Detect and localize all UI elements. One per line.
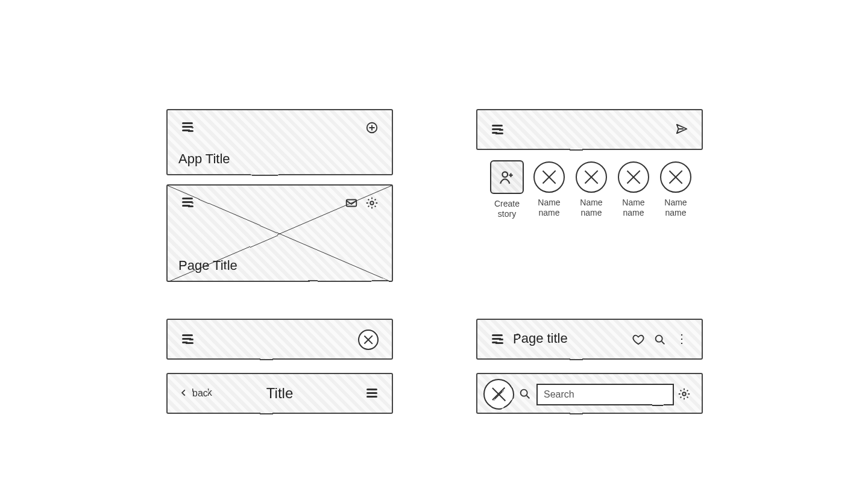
appbar-hamburger-avatar [166,319,393,360]
avatar-placeholder-icon[interactable] [358,330,379,350]
gear-icon[interactable] [365,196,379,210]
gear-icon[interactable] [678,387,691,401]
app-title-text: App Title [178,151,230,167]
back-label: back [192,387,212,398]
kebab-icon[interactable] [675,332,688,345]
svg-point-2 [370,201,374,205]
hamburger-icon[interactable] [365,387,379,401]
hamburger-icon[interactable] [491,333,504,346]
search-placeholder: Search [544,389,574,400]
search-icon[interactable] [653,333,667,346]
svg-point-6 [682,392,686,396]
page-title-text: Page Title [178,258,237,273]
heart-icon[interactable] [632,333,645,346]
back-button[interactable]: back [180,387,212,398]
hamburger-icon[interactable] [181,121,194,134]
search-icon[interactable] [518,387,532,401]
hamburger-icon[interactable] [491,123,504,137]
story-label: Name name [571,198,612,218]
story-label: Name name [529,198,570,218]
appbar-search: Search [476,373,703,414]
story-item[interactable]: Name name [571,161,612,218]
search-input[interactable]: Search [536,384,674,405]
avatar-placeholder-icon [576,161,607,193]
story-item[interactable]: Name name [529,161,570,218]
send-icon[interactable] [675,122,688,136]
appbar-app-title: App Title [166,109,393,175]
avatar-placeholder-icon[interactable] [483,379,514,409]
svg-point-4 [656,336,662,342]
mail-icon[interactable] [345,196,358,210]
appbar-page-actions: Page title [476,319,703,360]
svg-rect-1 [347,200,357,207]
appbar-page-title-image: Page Title [166,184,393,282]
story-label: Name name [613,198,654,218]
avatar-placeholder-icon [660,161,691,193]
svg-point-5 [521,390,527,396]
avatar-placeholder-icon [618,161,649,193]
create-story-button[interactable]: Create story [486,161,527,219]
appbar-send [476,109,703,150]
appbar-back-title: back Title [166,373,393,414]
page-title-text: Page title [512,331,568,346]
hamburger-icon[interactable] [181,333,194,346]
hamburger-icon[interactable] [181,196,194,210]
plus-icon[interactable] [365,121,379,134]
avatar-placeholder-icon [533,161,565,193]
story-item[interactable]: Name name [655,161,696,218]
svg-point-3 [502,172,508,177]
story-item[interactable]: Name name [613,161,654,218]
center-title-text: Title [266,385,293,402]
create-story-label: Create story [486,199,527,219]
story-label: Name name [655,198,696,218]
